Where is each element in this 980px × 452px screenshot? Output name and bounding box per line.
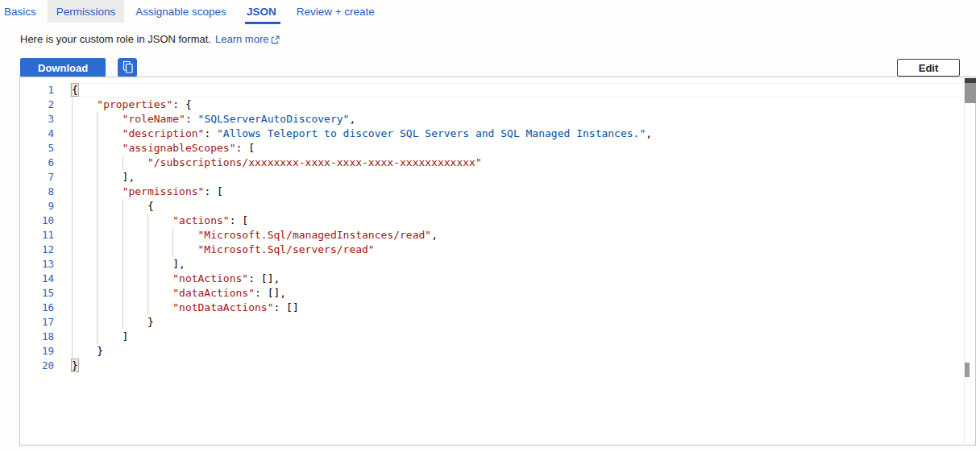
code-line[interactable]: { — [72, 83, 975, 97]
json-description-row: Here is your custom role in JSON format.… — [20, 33, 980, 45]
learn-more-link[interactable]: Learn more — [215, 33, 280, 45]
editor-scrollbar[interactable] — [964, 77, 975, 445]
line-number: 8 — [20, 185, 54, 199]
code-line[interactable]: "description": "Allows Teleport to disco… — [72, 126, 975, 141]
tab-json[interactable]: JSON — [238, 0, 285, 23]
line-number: 16 — [20, 301, 54, 315]
line-number: 2 — [20, 97, 54, 112]
tab-review-create[interactable]: Review + create — [288, 0, 384, 23]
line-number: 3 — [20, 112, 54, 126]
line-number: 12 — [20, 243, 54, 257]
line-number-gutter: 1234567891011121314151617181920 — [20, 77, 54, 445]
line-number: 18 — [20, 330, 54, 344]
tab-basics[interactable]: Basics — [4, 0, 45, 23]
code-line[interactable]: "Microsoft.Sql/managedInstances/read", — [72, 228, 975, 243]
line-number: 9 — [20, 199, 54, 214]
line-number: 11 — [20, 228, 54, 243]
code-line[interactable]: "assignableScopes": [ — [72, 141, 975, 156]
description-text: Here is your custom role in JSON format. — [20, 33, 211, 45]
code-line[interactable]: "notActions": [], — [72, 272, 975, 286]
line-number: 20 — [20, 359, 54, 373]
code-line[interactable]: ], — [72, 257, 975, 272]
indent-guide — [122, 156, 123, 170]
code-line[interactable]: "permissions": [ — [72, 185, 975, 199]
wizard-tab-bar: BasicsPermissionsAssignable scopesJSONRe… — [0, 0, 980, 23]
line-number: 7 — [20, 170, 54, 185]
code-line[interactable]: } — [72, 344, 975, 359]
tab-assignable-scopes[interactable]: Assignable scopes — [127, 0, 235, 23]
overview-ruler-decoration — [965, 363, 970, 377]
code-line[interactable]: "Microsoft.Sql/servers/read" — [72, 243, 975, 257]
line-number: 15 — [20, 286, 54, 301]
line-number: 10 — [20, 214, 54, 228]
line-number: 17 — [20, 315, 54, 330]
indent-guide — [122, 199, 123, 330]
tab-permissions[interactable]: Permissions — [48, 0, 125, 23]
line-number: 14 — [20, 272, 54, 286]
line-number: 19 — [20, 344, 54, 359]
copy-button[interactable] — [118, 58, 137, 77]
download-button[interactable]: Download — [20, 58, 106, 77]
code-line[interactable]: "/subscriptions/xxxxxxxx-xxxx-xxxx-xxxx-… — [72, 156, 975, 170]
copy-icon — [121, 60, 134, 76]
external-link-icon — [271, 35, 280, 44]
code-line[interactable]: "notDataActions": [] — [72, 301, 975, 315]
code-line[interactable]: { — [72, 199, 975, 214]
code-line[interactable]: ] — [72, 330, 975, 344]
code-line[interactable]: "roleName": "SQLServerAutoDiscovery", — [72, 112, 975, 126]
code-line[interactable]: } — [72, 315, 975, 330]
indent-guide — [172, 228, 173, 257]
code-line[interactable]: "properties": { — [72, 97, 975, 112]
line-number: 4 — [20, 126, 54, 141]
scrollbar-thumb[interactable] — [965, 78, 976, 103]
indent-guide — [72, 97, 73, 359]
code-line[interactable]: ], — [72, 170, 975, 185]
edit-button[interactable]: Edit — [897, 59, 960, 77]
overview-ruler-top-decoration — [965, 78, 976, 83]
code-line[interactable]: } — [72, 359, 975, 373]
line-number: 5 — [20, 141, 54, 156]
line-number: 13 — [20, 257, 54, 272]
line-number: 1 — [20, 83, 54, 97]
line-number: 6 — [20, 156, 54, 170]
editor-toolbar: Download Edit — [20, 58, 960, 77]
code-line[interactable]: "actions": [ — [72, 214, 975, 228]
indent-guide — [147, 214, 148, 315]
code-content[interactable]: { "properties": { "roleName": "SQLServer… — [54, 77, 975, 373]
code-line[interactable]: "dataActions": [], — [72, 286, 975, 301]
json-editor: 1234567891011121314151617181920 { "prope… — [19, 77, 976, 446]
indent-guide — [97, 112, 98, 344]
